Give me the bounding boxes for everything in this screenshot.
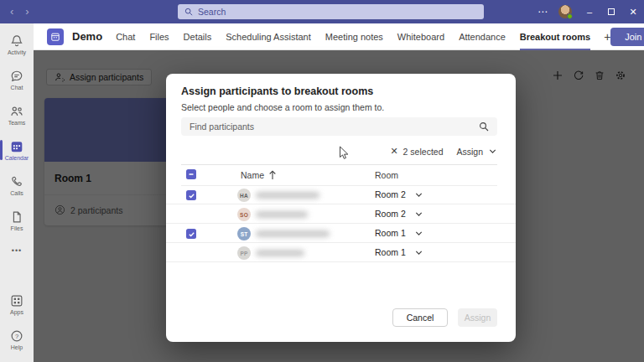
close-window-button[interactable]: ✕ [622,0,644,23]
meeting-header: Demo Chat Files Details Scheduling Assis… [34,23,644,50]
teams-window: ‹ › Search ⋯ – ✕ Activity Chat Teams [0,0,644,362]
find-participants-input[interactable]: Find participants [181,117,497,136]
sidebar-item-teams[interactable]: Teams [0,97,34,132]
chevron-down-icon [414,229,423,238]
participant-name-redacted [256,230,330,237]
tab-files[interactable]: Files [149,23,169,50]
user-avatar[interactable] [558,5,572,18]
tab-meeting-notes[interactable]: Meeting notes [325,23,383,50]
cancel-button[interactable]: Cancel [392,308,448,327]
bell-icon [9,34,24,49]
meeting-calendar-icon [47,28,64,45]
room-select[interactable]: Room 1 [375,228,423,238]
tab-attendance[interactable]: Attendance [459,23,506,50]
tab-scheduling-assistant[interactable]: Scheduling Assistant [226,23,311,50]
sidebar-item-files[interactable]: Files [0,203,34,238]
sidebar-item-chat[interactable]: Chat [0,62,34,97]
add-tab-button[interactable]: + [604,30,610,44]
row-checkbox[interactable] [186,229,196,239]
avatar: ST [237,227,251,240]
participant-row[interactable]: ST Room 1 [166,225,516,243]
clear-selection-button[interactable]: ✕ 2 selected [390,146,443,157]
participant-row[interactable]: HA Room 2 [166,186,516,204]
sidebar-item-help[interactable]: ? Help [0,322,34,357]
phone-icon [9,174,24,189]
deselect-icon: ✕ [390,146,397,157]
chevron-down-icon [488,147,497,156]
dialog-title: Assign participants to breakout rooms [181,85,373,97]
help-icon: ? [9,328,24,344]
status-available-dot [567,13,573,19]
select-all-checkbox[interactable] [186,169,196,179]
room-column-header: Room [375,170,398,180]
app-rail: Activity Chat Teams Calendar Calls Files… [0,23,34,362]
avatar: HA [237,189,251,202]
apps-icon [9,293,24,308]
minimize-button[interactable]: – [579,0,600,23]
assign-participants-dialog: Assign participants to breakout rooms Se… [166,74,516,342]
room-select[interactable]: Room 1 [375,247,423,257]
participant-name-redacted [256,192,319,199]
mouse-cursor [339,146,350,161]
tab-details[interactable]: Details [184,23,212,50]
sort-ascending-icon [268,170,277,180]
titlebar-more-icon[interactable]: ⋯ [533,6,552,18]
teams-icon [9,104,24,119]
participant-name-redacted [256,211,308,218]
mixed-state-dash [188,171,195,178]
file-icon [9,209,24,225]
sidebar-item-calls[interactable]: Calls [0,168,34,203]
selected-count: 2 selected [403,147,444,157]
maximize-button[interactable] [600,0,622,23]
room-select[interactable]: Room 2 [375,209,423,219]
participant-name-redacted [256,250,304,256]
avatar: PP [237,246,251,260]
sidebar-more-button[interactable]: ••• [12,238,22,263]
active-indicator [0,140,3,160]
chevron-down-icon [414,248,423,257]
sidebar-item-calendar[interactable]: Calendar [0,132,34,168]
tab-breakout-rooms[interactable]: Breakout rooms [520,23,590,50]
search-icon [479,122,489,132]
join-button[interactable]: Join [610,28,644,46]
participant-row[interactable]: SO Room 2 [166,205,516,224]
chat-icon [9,69,24,84]
avatar: SO [237,208,251,221]
participant-row[interactable]: PP Room 1 [166,244,516,262]
assign-dropdown[interactable]: Assign [456,147,497,157]
assign-button-disabled[interactable]: Assign [458,308,497,327]
chevron-down-icon [414,190,423,199]
search-icon [184,8,193,16]
tab-whiteboard[interactable]: Whiteboard [397,23,444,50]
find-participants-placeholder: Find participants [190,122,479,132]
maximize-icon [608,8,615,15]
table-header-row: Name Room [166,165,516,186]
meeting-tabs: Chat Files Details Scheduling Assistant … [116,23,590,50]
back-icon[interactable]: ‹ [10,0,13,23]
svg-text:?: ? [15,333,18,340]
global-search-input[interactable]: Search [178,4,484,19]
dialog-subtitle: Select people and choose a room to assig… [181,102,384,112]
sidebar-item-activity[interactable]: Activity [0,27,34,62]
chevron-down-icon [414,209,423,219]
name-column-header[interactable]: Name [241,170,264,180]
forward-icon[interactable]: › [25,0,29,23]
sidebar-item-apps[interactable]: Apps [0,287,34,322]
check-icon [188,230,195,238]
check-icon [188,192,195,199]
title-bar: ‹ › Search ⋯ – ✕ [0,0,644,23]
search-placeholder: Search [198,7,226,17]
row-checkbox[interactable] [186,190,196,200]
meeting-title: Demo [72,30,102,43]
room-select[interactable]: Room 2 [375,189,423,199]
calendar-icon [9,139,24,154]
tab-chat[interactable]: Chat [116,23,135,50]
